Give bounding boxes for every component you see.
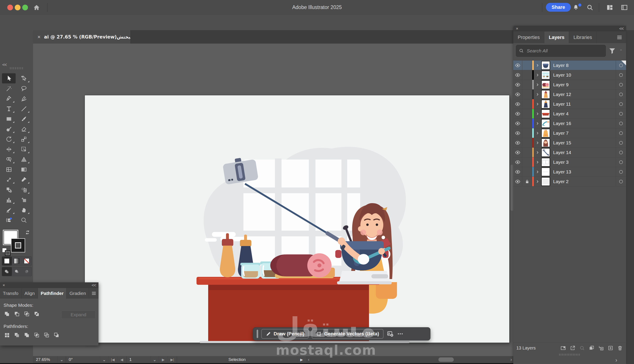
layer-target-button[interactable] (616, 148, 626, 157)
toolbar-grip[interactable] (10, 67, 23, 69)
pathfinder-minus-back-button[interactable] (53, 331, 61, 339)
layer-name[interactable]: Layer 11 (550, 99, 616, 109)
layer-lock-toggle[interactable] (522, 177, 532, 186)
search-icon[interactable] (586, 4, 593, 11)
new-layer-button[interactable] (607, 345, 613, 351)
selection-tool[interactable] (2, 73, 16, 84)
direct-selection-tool[interactable] (17, 73, 31, 84)
layer-name[interactable]: Layer 7 (550, 128, 616, 138)
dock-collapse-icon[interactable]: << (619, 26, 623, 31)
gradient-fill-button[interactable] (12, 256, 22, 266)
layer-name[interactable]: Layer 2 (550, 177, 616, 186)
layer-thumbnail-table[interactable] (541, 110, 550, 118)
pen-tool[interactable] (2, 94, 16, 104)
shape-builder-tool[interactable] (2, 154, 16, 164)
stroke-color-swatch[interactable] (12, 239, 25, 252)
scroll-up-icon[interactable]: ⌃ (618, 49, 623, 53)
artboard-number-value[interactable]: 1 (126, 356, 151, 363)
width-tool[interactable] (2, 144, 16, 154)
layer-visibility-toggle[interactable] (513, 138, 522, 148)
artboard-chevron-down-icon[interactable]: ⌄ (151, 356, 159, 363)
swap-fill-stroke-icon[interactable] (25, 230, 31, 235)
layer-visibility-toggle[interactable] (513, 70, 522, 80)
layer-thumbnail-apron[interactable] (541, 129, 550, 138)
layer-row[interactable]: Layer 7 (513, 128, 626, 138)
layer-visibility-toggle[interactable] (513, 177, 522, 186)
color-fill-button[interactable] (2, 256, 12, 266)
layer-lock-toggle[interactable] (522, 60, 532, 70)
shaper-tool[interactable] (2, 124, 16, 134)
layer-thumbnail-bottle-orange[interactable] (541, 90, 550, 99)
reference-image-icon[interactable] (387, 330, 394, 337)
pathfinder-crop-button[interactable] (33, 331, 41, 339)
layer-target-button[interactable] (616, 80, 626, 89)
layer-visibility-toggle[interactable] (513, 99, 522, 109)
layer-row[interactable]: Layer 13 (513, 167, 626, 177)
pathfinder-trim-button[interactable] (13, 331, 21, 339)
previous-artboard-button[interactable]: ◀ (117, 356, 126, 363)
layer-visibility-toggle[interactable] (513, 80, 522, 89)
layer-thumbnail-pot[interactable] (541, 61, 550, 70)
taskbar-more-icon[interactable] (397, 330, 404, 337)
draw-pencil-button[interactable]: Draw (Pencil) (261, 329, 309, 339)
layer-thumbnail-bottle-navy[interactable] (541, 100, 550, 108)
dock-tab-properties[interactable]: Properties (513, 32, 544, 43)
layer-target-button[interactable] (616, 167, 626, 176)
layer-target-button[interactable] (616, 99, 626, 109)
layer-target-button[interactable] (616, 109, 626, 118)
perspective-grid-tool[interactable] (17, 154, 31, 164)
layer-name[interactable]: Layer 9 (550, 80, 616, 89)
layer-row[interactable]: Layer 10 (513, 70, 626, 80)
symbols-tool[interactable] (2, 185, 16, 195)
pathfinder-menu-icon[interactable] (89, 288, 99, 299)
pathfinder-collapse-icon[interactable]: << (92, 283, 96, 288)
dock-resize-grip[interactable] (513, 353, 626, 356)
canvas-area[interactable] (33, 44, 514, 356)
layer-name[interactable]: Layer 10 (550, 70, 616, 80)
scale-tool[interactable] (17, 134, 31, 144)
lasso-tool[interactable] (17, 84, 31, 94)
hand-tool[interactable] (17, 205, 31, 215)
layer-lock-toggle[interactable] (522, 148, 532, 157)
layer-lock-toggle[interactable] (522, 70, 532, 80)
layer-lock-toggle[interactable] (522, 138, 532, 148)
layer-lock-toggle[interactable] (522, 157, 532, 167)
layer-thumbnail-ladle-arm[interactable] (541, 119, 550, 128)
none-fill-button[interactable] (22, 256, 32, 266)
line-segment-tool[interactable] (17, 104, 31, 114)
layer-row[interactable]: Layer 16 (513, 118, 626, 128)
horizontal-scrollbar[interactable]: ‹ › (306, 356, 514, 363)
layer-name[interactable]: Layer 13 (550, 167, 616, 176)
tab-close-icon[interactable]: × (38, 34, 41, 40)
layer-name[interactable]: Layer 4 (550, 109, 616, 118)
panel-tab-pathfinder[interactable]: Pathfinder (38, 288, 67, 299)
layer-visibility-toggle[interactable] (513, 148, 522, 157)
column-graph-tool[interactable] (2, 195, 16, 205)
layer-visibility-toggle[interactable] (513, 157, 522, 167)
layer-target-button[interactable] (616, 70, 626, 80)
layer-target-button[interactable] (616, 118, 626, 128)
taskbar-drag-handle[interactable] (257, 330, 258, 338)
layer-expand-chevron[interactable] (534, 80, 541, 89)
paintbrush-tool[interactable] (17, 114, 31, 124)
slice-tool[interactable] (2, 205, 16, 215)
layer-lock-toggle[interactable] (522, 80, 532, 89)
layer-target-button[interactable] (616, 177, 626, 186)
layer-expand-chevron[interactable] (534, 99, 541, 109)
layer-thumbnail-jars[interactable] (541, 71, 550, 80)
pathfinder-merge-button[interactable] (23, 331, 31, 339)
pathfinder-outline-button[interactable] (43, 331, 51, 339)
layer-expand-chevron[interactable] (534, 60, 541, 70)
layer-name[interactable]: Layer 15 (550, 138, 616, 148)
layer-thumbnail-blank[interactable] (541, 177, 550, 186)
layer-row[interactable]: Layer 12 (513, 90, 626, 99)
layer-lock-toggle[interactable] (522, 90, 532, 99)
layer-thumbnail-white[interactable] (541, 168, 550, 176)
dock-tab-libraries[interactable]: Libraries (569, 32, 596, 43)
panel-tab-align[interactable]: Align (22, 288, 38, 299)
filter-funnel-icon[interactable] (608, 47, 616, 54)
layer-name[interactable]: Layer 14 (550, 148, 616, 157)
layers-search-field[interactable] (516, 45, 606, 57)
rotation-value[interactable]: 0° (66, 356, 100, 363)
layer-expand-chevron[interactable] (534, 109, 541, 118)
